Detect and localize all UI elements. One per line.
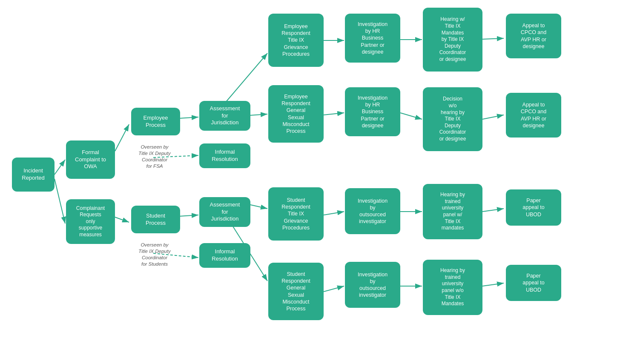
node-stu-informal: Informal Resolution — [199, 243, 250, 268]
svg-line-3 — [55, 179, 65, 224]
svg-line-5 — [179, 117, 198, 118]
node-hear-title-ix1: Hearing w/ Title IX Mandates by Title IX… — [423, 8, 482, 72]
svg-line-24 — [482, 209, 504, 212]
diagram: Incident Reported Formal Complaint to OW… — [0, 0, 620, 364]
node-paper1: Paper appeal to UBOD — [506, 189, 561, 226]
node-complainant-requests: Complainant Requests only supportive mea… — [66, 199, 115, 244]
node-emp-general: Employee Respondent General Sexual Misco… — [268, 85, 324, 143]
node-emp-informal: Informal Resolution — [199, 143, 250, 168]
node-paper2: Paper appeal to UBOD — [506, 265, 561, 301]
node-employee-overseen: Overseen by Title IX Deputy Coordinator … — [127, 140, 182, 174]
node-hear-univ1: Hearing by trained university panel w/ T… — [423, 184, 482, 239]
node-stu-title-ix: Student Respondent Title IX Grievance Pr… — [268, 187, 324, 241]
svg-line-2 — [55, 160, 65, 175]
svg-line-25 — [482, 283, 504, 286]
svg-line-10 — [324, 113, 344, 115]
svg-line-12 — [400, 113, 422, 119]
node-stu-assessment: Assessment for Jurisdiction — [199, 197, 250, 227]
node-emp-assessment: Assessment for Jurisdiction — [199, 101, 250, 131]
svg-line-16 — [179, 215, 198, 216]
svg-line-21 — [324, 286, 344, 292]
svg-line-7 — [226, 53, 267, 102]
node-employee-process: Employee Process — [131, 108, 180, 135]
node-inv-out1: Investigation by outsourced investigator — [345, 188, 400, 234]
node-incident-reported: Incident Reported — [12, 158, 55, 192]
svg-line-14 — [482, 115, 504, 119]
node-formal-complaint: Formal Complaint to OWA — [66, 140, 115, 179]
node-inv-hr1: Investigation by HR Business Partner or … — [345, 14, 400, 63]
svg-line-20 — [324, 212, 344, 215]
node-appeal1: Appeal to CPCO and AVP HR or designee — [506, 14, 561, 58]
node-appeal2: Appeal to CPCO and AVP HR or designee — [506, 93, 561, 138]
node-student-process: Student Process — [131, 206, 180, 233]
node-student-overseen: Overseen by Title IX Deputy Coordinator … — [127, 238, 182, 272]
node-inv-hr2: Investigation by HR Business Partner or … — [345, 87, 400, 136]
svg-line-15 — [115, 217, 129, 222]
node-stu-general: Student Respondent General Sexual Miscon… — [268, 263, 324, 320]
node-decision-no-hear: Decision w/o hearing by Title IX Deputy … — [423, 87, 482, 151]
node-emp-title-ix: Employee Respondent Title IX Grievance P… — [268, 14, 324, 67]
node-hear-univ2: Hearing by trained university panel w/o … — [423, 260, 482, 315]
node-inv-out2: Investigation by outsourced investigator — [345, 262, 400, 308]
svg-line-13 — [482, 38, 504, 39]
